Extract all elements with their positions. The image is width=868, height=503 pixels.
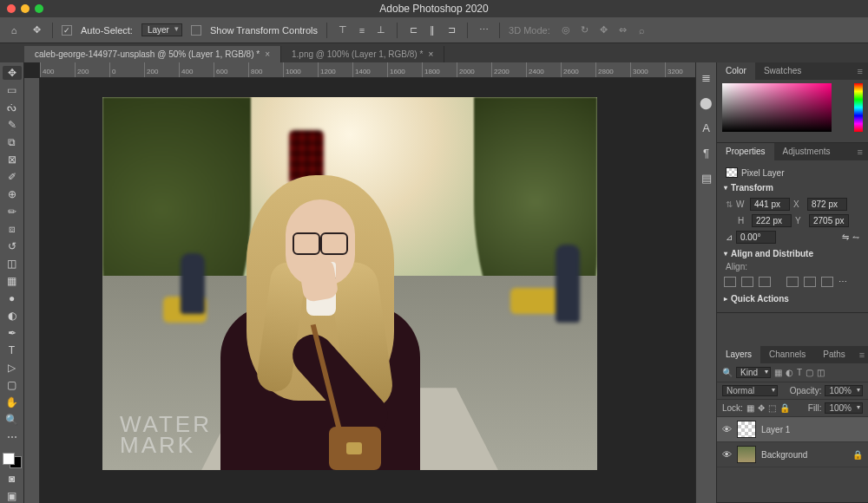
filter-type-icon[interactable]: T <box>797 368 802 377</box>
lock-position-icon[interactable]: ✥ <box>758 403 765 413</box>
edit-toolbar-icon[interactable]: ⋯ <box>3 430 22 444</box>
align-more-icon[interactable]: ⋯ <box>838 277 851 287</box>
height-field[interactable]: 222 px <box>752 214 792 227</box>
show-transform-checkbox[interactable] <box>191 25 201 36</box>
move-tool[interactable]: ✥ <box>3 66 22 80</box>
filter-pixel-icon[interactable]: ▦ <box>774 368 782 377</box>
character-panel-icon[interactable]: A <box>702 121 710 134</box>
align-hcenter-button[interactable] <box>741 277 753 287</box>
align-right-icon[interactable]: ⊐ <box>444 23 458 37</box>
pan3d-icon[interactable]: ✥ <box>597 23 611 37</box>
paragraph-panel-icon[interactable]: ¶ <box>703 147 709 160</box>
auto-select-checkbox[interactable]: ✓ <box>62 25 72 36</box>
width-field[interactable]: 441 px <box>750 198 790 211</box>
close-window-icon[interactable] <box>7 4 16 13</box>
foreground-background-colors[interactable] <box>3 453 22 468</box>
align-bottom-icon[interactable]: ⊥ <box>374 23 388 37</box>
history-brush-tool[interactable]: ↺ <box>3 239 22 253</box>
dodge-tool[interactable]: ◐ <box>3 309 22 323</box>
crop-tool[interactable]: ⧉ <box>3 135 22 149</box>
blur-tool[interactable]: ● <box>3 291 22 305</box>
align-left-button[interactable] <box>724 277 736 287</box>
filter-smart-icon[interactable]: ◫ <box>817 368 825 377</box>
align-right-button[interactable] <box>759 277 771 287</box>
visibility-toggle-icon[interactable]: 👁 <box>722 449 732 460</box>
clone-stamp-tool[interactable]: ⧇ <box>3 222 22 236</box>
lock-artboard-icon[interactable]: ⬚ <box>768 403 776 413</box>
flip-vertical-icon[interactable]: ⥊ <box>852 232 859 242</box>
panel-menu-icon[interactable]: ≡ <box>854 346 868 363</box>
document-tab[interactable]: 1.png @ 100% (Layer 1, RGB/8) * × <box>281 46 444 62</box>
maximize-window-icon[interactable] <box>35 4 43 13</box>
tab-color[interactable]: Color <box>717 62 755 80</box>
lock-all-icon[interactable]: 🔒 <box>779 403 790 413</box>
slide3d-icon[interactable]: ⇔ <box>616 23 630 37</box>
visibility-toggle-icon[interactable]: 👁 <box>722 424 732 434</box>
filter-adjust-icon[interactable]: ◐ <box>786 368 793 377</box>
document-tab[interactable]: caleb-george-144977-unsplash @ 50% (Laye… <box>24 46 281 62</box>
layer-row[interactable]: 👁 Layer 1 <box>717 417 868 442</box>
flip-horizontal-icon[interactable]: ⇋ <box>842 232 849 242</box>
align-bottom-button[interactable] <box>821 277 833 287</box>
tab-adjustments[interactable]: Adjustments <box>774 143 839 160</box>
layer-name[interactable]: Background <box>761 450 847 460</box>
fill-field[interactable]: 100% <box>825 402 863 414</box>
layer-row[interactable]: 👁 Background 🔒 <box>717 442 868 467</box>
path-select-tool[interactable]: ▷ <box>3 361 22 375</box>
lock-icon[interactable]: 🔒 <box>852 450 863 460</box>
align-left-icon[interactable]: ⊏ <box>406 23 420 37</box>
pen-tool[interactable]: ✒ <box>3 326 22 340</box>
x-field[interactable]: 872 px <box>807 198 847 211</box>
lock-pixels-icon[interactable]: ▦ <box>746 403 754 413</box>
align-vcenter-icon[interactable]: ≡ <box>355 23 369 37</box>
eraser-tool[interactable]: ◫ <box>3 257 22 271</box>
quick-select-tool[interactable]: ✎ <box>3 118 22 132</box>
zoom-tool[interactable]: 🔍 <box>3 413 22 427</box>
libraries-panel-icon[interactable]: ▤ <box>701 172 712 185</box>
canvas-area[interactable]: 400 200 0 200 400 600 800 1000 1200 1400… <box>24 62 695 503</box>
healing-brush-tool[interactable]: ⊕ <box>3 187 22 201</box>
align-section[interactable]: ▾Align and Distribute <box>722 245 863 262</box>
filter-kind-dropdown[interactable]: Kind <box>736 367 771 378</box>
distribute-more-icon[interactable]: ⋯ <box>477 23 490 37</box>
frame-tool[interactable]: ⊠ <box>3 153 22 167</box>
ruler-vertical[interactable] <box>24 78 40 503</box>
lasso-tool[interactable]: ᔔ <box>3 101 22 114</box>
filter-shape-icon[interactable]: ▢ <box>806 368 813 377</box>
roll3d-icon[interactable]: ↻ <box>578 23 592 37</box>
home-icon[interactable]: ⌂ <box>7 23 21 37</box>
link-wh-icon[interactable]: ⇅ <box>726 199 733 209</box>
filter-kind-icon[interactable]: 🔍 <box>722 368 733 377</box>
eyedropper-tool[interactable]: ✐ <box>3 170 22 184</box>
align-top-icon[interactable]: ⊤ <box>336 23 350 37</box>
close-tab-icon[interactable]: × <box>265 49 270 59</box>
quick-actions-section[interactable]: ▸Quick Actions <box>722 291 863 307</box>
auto-select-dropdown[interactable]: Layer <box>141 23 182 36</box>
panel-menu-icon[interactable]: ≡ <box>852 143 868 160</box>
angle-field[interactable]: 0.00° <box>736 231 776 244</box>
canvas-document[interactable]: WATER MARK <box>102 97 597 470</box>
brushes-panel-icon[interactable]: ⬤ <box>700 96 713 109</box>
layer-thumbnail[interactable] <box>737 446 756 463</box>
align-vcenter-button[interactable] <box>804 277 816 287</box>
type-tool[interactable]: T <box>3 343 22 357</box>
panel-menu-icon[interactable]: ≡ <box>852 62 868 80</box>
layer-name[interactable]: Layer 1 <box>761 425 863 434</box>
foreground-color-swatch[interactable] <box>3 453 15 465</box>
layer-thumbnail[interactable] <box>737 421 756 438</box>
tab-layers[interactable]: Layers <box>717 346 760 363</box>
align-top-button[interactable] <box>786 277 799 287</box>
shape-tool[interactable]: ▢ <box>3 378 22 392</box>
tab-channels[interactable]: Channels <box>760 346 814 363</box>
marquee-tool[interactable]: ▭ <box>3 83 22 97</box>
hand-tool[interactable]: ✋ <box>3 395 22 409</box>
screen-mode-icon[interactable]: ▣ <box>3 489 22 503</box>
minimize-window-icon[interactable] <box>21 4 30 13</box>
zoom3d-icon[interactable]: ⌕ <box>635 23 649 37</box>
close-tab-icon[interactable]: × <box>428 49 433 59</box>
brush-tool[interactable]: ✏ <box>3 205 22 219</box>
opacity-field[interactable]: 100% <box>825 385 863 396</box>
gradient-tool[interactable]: ▦ <box>3 274 22 288</box>
blend-mode-dropdown[interactable]: Normal <box>722 385 778 396</box>
color-picker[interactable] <box>717 80 868 142</box>
